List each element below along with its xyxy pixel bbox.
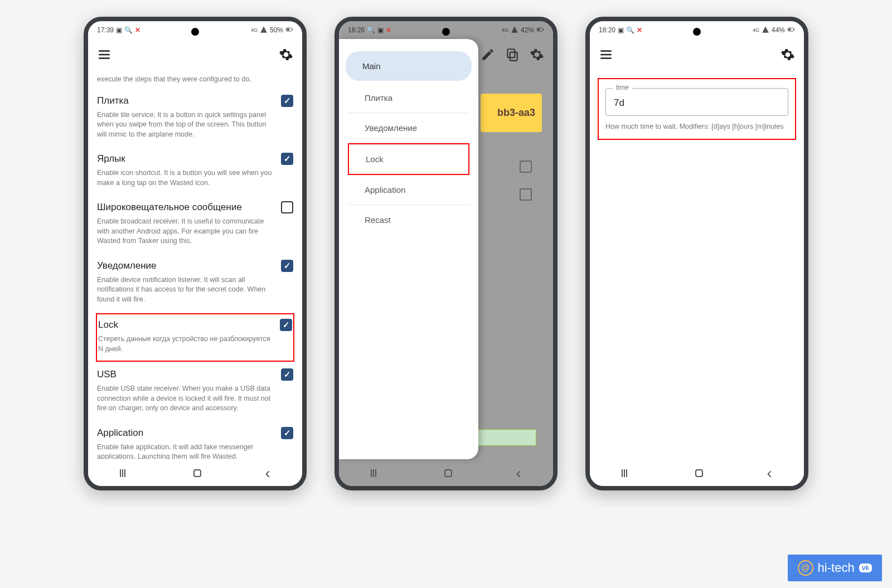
setting-desc: Enable fake application. It will add fak… <box>97 443 293 460</box>
setting-desc: Enable tile service. It is a button in q… <box>97 110 293 140</box>
gallery-icon: ▣ <box>377 26 384 34</box>
nav-bar <box>339 459 553 486</box>
bg-checkbox <box>520 188 532 201</box>
setting-application[interactable]: Application Enable fake application. It … <box>96 421 294 460</box>
copy-icon[interactable] <box>505 47 520 62</box>
svg-rect-7 <box>507 49 515 57</box>
setting-title: Широковещательное сообщение <box>97 202 242 213</box>
setting-desc: Enable broadcast receiver. It is useful … <box>97 217 293 246</box>
nav-home-icon[interactable] <box>444 469 452 477</box>
gear-icon[interactable] <box>530 47 544 62</box>
signal-icon <box>762 26 769 35</box>
network-icon: 4G <box>502 27 508 33</box>
battery-text: 42% <box>521 26 534 34</box>
nav-bar <box>590 459 804 486</box>
setting-title: Ярлык <box>97 153 125 164</box>
setting-shortcut[interactable]: Ярлык Enable icon shortcut. It is a butt… <box>96 147 294 196</box>
network-icon: 4G <box>753 27 759 33</box>
close-icon: ✕ <box>386 26 391 34</box>
bg-code-card: bb3-aa3 <box>481 94 542 132</box>
bg-bar <box>475 429 536 446</box>
drawer-item-tile[interactable]: Плитка <box>348 83 469 113</box>
setting-desc: Enable USB state receiver. When you make… <box>97 384 293 414</box>
drawer-item-recast[interactable]: Recast <box>348 205 469 235</box>
battery-icon <box>536 26 544 35</box>
nav-back-icon[interactable] <box>516 464 521 482</box>
checkbox-icon[interactable] <box>281 260 293 272</box>
phone-3: 18:20 ▣ 🔍 ✕ 4G 44% time <box>585 17 808 490</box>
edit-icon[interactable] <box>481 47 495 62</box>
svg-rect-5 <box>537 28 540 31</box>
app-bar <box>590 39 804 70</box>
checkbox-icon[interactable] <box>281 201 293 213</box>
time-field-highlight: time How much time to wait. Modifiers: [… <box>598 78 796 140</box>
drawer-item-main[interactable]: Main <box>346 51 472 81</box>
search-icon: 🔍 <box>367 26 375 34</box>
setting-lock[interactable]: Lock Стереть данные когда устройство не … <box>96 313 294 362</box>
setting-title: Плитка <box>97 95 129 106</box>
signal-icon <box>511 26 518 35</box>
phone-2: 18:26 🔍 ▣ ✕ 4G 42% <box>334 17 558 490</box>
checkbox-icon[interactable] <box>281 153 293 165</box>
drawer-item-lock[interactable]: Lock <box>348 143 469 175</box>
drawer-item-application[interactable]: Application <box>348 175 469 205</box>
setting-title: Lock <box>98 319 118 331</box>
time-input-value[interactable] <box>614 98 780 109</box>
checkbox-icon[interactable] <box>281 427 293 439</box>
svg-rect-4 <box>543 28 544 30</box>
battery-icon <box>787 26 795 35</box>
field-legend: time <box>613 84 632 91</box>
cutoff-text: execute the steps that they were configu… <box>96 74 294 89</box>
setting-desc: Стереть данные когда устройство не разбл… <box>98 334 292 354</box>
setting-title: USB <box>97 369 117 380</box>
menu-icon[interactable] <box>599 47 613 62</box>
checkbox-icon[interactable] <box>280 319 292 331</box>
status-bar: 18:20 ▣ 🔍 ✕ 4G 44% <box>590 21 804 39</box>
phone-1: 17:39 ▣ 🔍 ✕ 4G 50% execute the steps tha… <box>84 17 307 490</box>
search-icon: 🔍 <box>124 26 133 34</box>
setting-notification[interactable]: Уведомление Enable device notification l… <box>96 254 294 313</box>
status-bar: 17:39 ▣ 🔍 ✕ 4G 50% <box>88 21 302 39</box>
status-time: 17:39 <box>97 26 114 34</box>
nav-recent-icon[interactable] <box>120 469 130 477</box>
close-icon: ✕ <box>135 26 140 34</box>
svg-rect-10 <box>788 28 791 31</box>
nav-bar <box>88 459 302 486</box>
setting-desc: Enable device notification listener. It … <box>97 275 293 305</box>
setting-broadcast[interactable]: Широковещательное сообщение Enable broad… <box>96 196 294 254</box>
drawer-item-notification[interactable]: Уведомление <box>348 113 469 143</box>
svg-rect-6 <box>510 52 517 61</box>
time-input[interactable]: time <box>605 88 788 116</box>
setting-desc: Enable icon shortcut. It is a button you… <box>97 168 293 188</box>
nav-back-icon[interactable] <box>265 464 270 482</box>
nav-home-icon[interactable] <box>193 469 201 477</box>
lock-settings: time How much time to wait. Modifiers: [… <box>590 70 804 459</box>
setting-title: Уведомление <box>97 260 157 271</box>
setting-tile[interactable]: Плитка Enable tile service. It is a butt… <box>96 89 294 148</box>
nav-home-icon[interactable] <box>695 469 703 477</box>
nav-back-icon[interactable] <box>767 464 772 482</box>
gallery-icon: ▣ <box>618 26 624 34</box>
network-icon: 4G <box>251 27 258 33</box>
nav-recent-icon[interactable] <box>371 469 381 477</box>
battery-icon <box>285 26 293 35</box>
nav-recent-icon[interactable] <box>622 469 632 477</box>
gear-icon[interactable] <box>279 47 293 62</box>
bg-checkbox <box>520 161 532 173</box>
status-time: 18:20 <box>599 26 615 34</box>
battery-text: 44% <box>772 26 785 34</box>
status-bar: 18:26 🔍 ▣ ✕ 4G 42% <box>339 21 553 39</box>
setting-usb[interactable]: USB Enable USB state receiver. When you … <box>96 363 294 421</box>
menu-icon[interactable] <box>97 47 112 62</box>
setting-title: Application <box>97 427 143 439</box>
checkbox-icon[interactable] <box>281 95 293 107</box>
settings-list[interactable]: execute the steps that they were configu… <box>88 70 302 459</box>
checkbox-icon[interactable] <box>281 368 293 381</box>
svg-rect-2 <box>287 28 289 31</box>
close-icon: ✕ <box>637 26 642 34</box>
search-icon: 🔍 <box>626 26 634 34</box>
nav-drawer[interactable]: Main Плитка Уведомление Lock Application… <box>339 39 478 459</box>
svg-rect-9 <box>794 28 794 30</box>
gallery-icon: ▣ <box>116 26 122 34</box>
gear-icon[interactable] <box>780 47 795 62</box>
